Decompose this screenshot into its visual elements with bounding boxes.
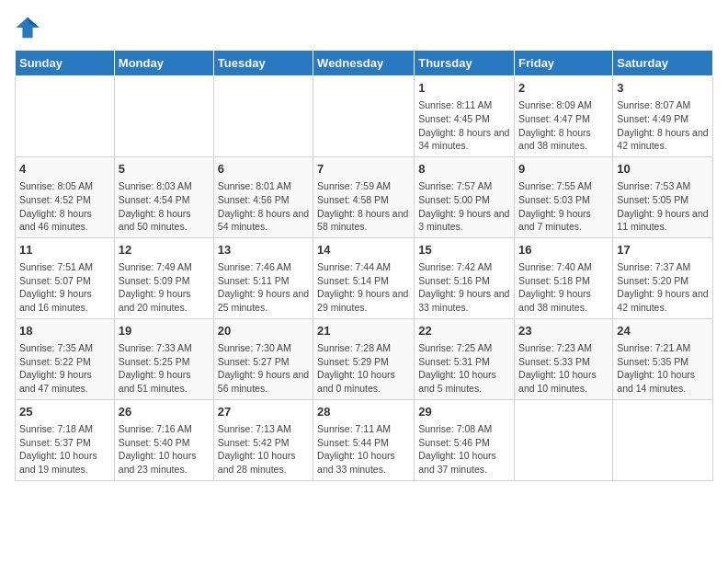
calendar-cell: 26Sunrise: 7:16 AM Sunset: 5:40 PM Dayli… (114, 399, 213, 480)
calendar-cell: 3Sunrise: 8:07 AM Sunset: 4:49 PM Daylig… (613, 76, 713, 157)
weekday-header-tuesday: Tuesday (213, 51, 313, 76)
calendar-cell: 9Sunrise: 7:55 AM Sunset: 5:03 PM Daylig… (515, 156, 613, 237)
day-content: Sunrise: 7:35 AM Sunset: 5:22 PM Dayligh… (19, 341, 110, 396)
weekday-header-sunday: Sunday (16, 51, 115, 76)
calendar-cell: 14Sunrise: 7:44 AM Sunset: 5:14 PM Dayli… (313, 237, 415, 318)
day-content: Sunrise: 7:51 AM Sunset: 5:07 PM Dayligh… (19, 260, 110, 315)
calendar-cell: 7Sunrise: 7:59 AM Sunset: 4:58 PM Daylig… (313, 156, 415, 237)
calendar-cell: 12Sunrise: 7:49 AM Sunset: 5:09 PM Dayli… (114, 237, 213, 318)
day-content: Sunrise: 7:40 AM Sunset: 5:18 PM Dayligh… (518, 260, 609, 315)
calendar-cell: 1Sunrise: 8:11 AM Sunset: 4:45 PM Daylig… (415, 76, 515, 157)
weekday-header-thursday: Thursday (415, 51, 515, 76)
calendar-cell (515, 399, 613, 480)
calendar-cell (114, 76, 213, 157)
day-number: 21 (317, 323, 410, 339)
day-content: Sunrise: 8:01 AM Sunset: 4:56 PM Dayligh… (218, 179, 309, 234)
calendar-cell: 2Sunrise: 8:09 AM Sunset: 4:47 PM Daylig… (515, 76, 613, 157)
day-content: Sunrise: 7:49 AM Sunset: 5:09 PM Dayligh… (119, 260, 210, 315)
calendar-cell: 4Sunrise: 8:05 AM Sunset: 4:52 PM Daylig… (16, 156, 115, 237)
day-number: 3 (617, 80, 709, 97)
day-content: Sunrise: 7:53 AM Sunset: 5:05 PM Dayligh… (617, 179, 709, 234)
calendar-cell (613, 399, 713, 480)
day-number: 24 (617, 323, 709, 339)
calendar-cell: 16Sunrise: 7:40 AM Sunset: 5:18 PM Dayli… (515, 237, 613, 318)
day-number: 19 (119, 323, 210, 339)
calendar-cell (16, 76, 115, 157)
day-number: 14 (317, 242, 410, 259)
day-content: Sunrise: 7:25 AM Sunset: 5:31 PM Dayligh… (418, 341, 510, 396)
day-number: 11 (19, 242, 110, 259)
day-number: 13 (218, 242, 309, 259)
day-number: 8 (418, 161, 510, 178)
day-content: Sunrise: 8:11 AM Sunset: 4:45 PM Dayligh… (418, 98, 510, 153)
calendar-cell: 28Sunrise: 7:11 AM Sunset: 5:44 PM Dayli… (313, 399, 415, 480)
day-number: 25 (19, 404, 110, 420)
day-content: Sunrise: 7:46 AM Sunset: 5:11 PM Dayligh… (218, 260, 309, 315)
day-number: 5 (119, 161, 210, 178)
calendar-cell: 17Sunrise: 7:37 AM Sunset: 5:20 PM Dayli… (613, 237, 713, 318)
week-row-2: 4Sunrise: 8:05 AM Sunset: 4:52 PM Daylig… (16, 156, 713, 237)
logo (15, 15, 44, 40)
day-number: 20 (218, 323, 309, 339)
calendar-cell: 25Sunrise: 7:18 AM Sunset: 5:37 PM Dayli… (16, 399, 115, 480)
day-content: Sunrise: 7:23 AM Sunset: 5:33 PM Dayligh… (518, 341, 609, 396)
day-content: Sunrise: 7:13 AM Sunset: 5:42 PM Dayligh… (218, 422, 309, 477)
weekday-header-monday: Monday (114, 51, 213, 76)
day-content: Sunrise: 7:21 AM Sunset: 5:35 PM Dayligh… (617, 341, 709, 396)
day-number: 15 (418, 242, 510, 259)
day-number: 17 (617, 242, 709, 259)
day-content: Sunrise: 7:57 AM Sunset: 5:00 PM Dayligh… (418, 179, 510, 234)
day-content: Sunrise: 8:05 AM Sunset: 4:52 PM Dayligh… (19, 179, 110, 234)
day-content: Sunrise: 8:03 AM Sunset: 4:54 PM Dayligh… (119, 179, 210, 234)
weekday-header-saturday: Saturday (613, 51, 713, 76)
day-number: 18 (19, 323, 110, 339)
calendar-cell: 29Sunrise: 7:08 AM Sunset: 5:46 PM Dayli… (415, 399, 515, 480)
week-row-5: 25Sunrise: 7:18 AM Sunset: 5:37 PM Dayli… (16, 399, 713, 480)
weekday-header-row: SundayMondayTuesdayWednesdayThursdayFrid… (16, 51, 713, 76)
day-number: 1 (418, 80, 510, 97)
day-content: Sunrise: 7:30 AM Sunset: 5:27 PM Dayligh… (218, 341, 309, 396)
day-content: Sunrise: 7:44 AM Sunset: 5:14 PM Dayligh… (317, 260, 410, 315)
day-number: 2 (518, 80, 609, 97)
day-number: 7 (317, 161, 410, 178)
weekday-header-friday: Friday (515, 51, 613, 76)
day-content: Sunrise: 7:37 AM Sunset: 5:20 PM Dayligh… (617, 260, 709, 315)
calendar-cell: 21Sunrise: 7:28 AM Sunset: 5:29 PM Dayli… (313, 318, 415, 399)
calendar-table: SundayMondayTuesdayWednesdayThursdayFrid… (15, 50, 713, 481)
day-number: 4 (19, 161, 110, 178)
calendar-cell (313, 76, 415, 157)
day-number: 10 (617, 161, 709, 178)
day-number: 6 (218, 161, 309, 178)
day-content: Sunrise: 7:33 AM Sunset: 5:25 PM Dayligh… (119, 341, 210, 396)
day-number: 22 (418, 323, 510, 339)
calendar-cell: 15Sunrise: 7:42 AM Sunset: 5:16 PM Dayli… (415, 237, 515, 318)
calendar-cell: 6Sunrise: 8:01 AM Sunset: 4:56 PM Daylig… (213, 156, 313, 237)
calendar-cell (213, 76, 313, 157)
day-content: Sunrise: 7:28 AM Sunset: 5:29 PM Dayligh… (317, 341, 410, 396)
day-number: 12 (119, 242, 210, 259)
calendar-cell: 5Sunrise: 8:03 AM Sunset: 4:54 PM Daylig… (114, 156, 213, 237)
calendar-cell: 11Sunrise: 7:51 AM Sunset: 5:07 PM Dayli… (16, 237, 115, 318)
day-number: 23 (518, 323, 609, 339)
day-content: Sunrise: 7:55 AM Sunset: 5:03 PM Dayligh… (518, 179, 609, 234)
day-content: Sunrise: 7:59 AM Sunset: 4:58 PM Dayligh… (317, 179, 410, 234)
week-row-1: 1Sunrise: 8:11 AM Sunset: 4:45 PM Daylig… (16, 76, 713, 157)
calendar-cell: 8Sunrise: 7:57 AM Sunset: 5:00 PM Daylig… (415, 156, 515, 237)
calendar-cell: 19Sunrise: 7:33 AM Sunset: 5:25 PM Dayli… (114, 318, 213, 399)
calendar-cell: 24Sunrise: 7:21 AM Sunset: 5:35 PM Dayli… (613, 318, 713, 399)
week-row-4: 18Sunrise: 7:35 AM Sunset: 5:22 PM Dayli… (16, 318, 713, 399)
day-content: Sunrise: 7:42 AM Sunset: 5:16 PM Dayligh… (418, 260, 510, 315)
day-content: Sunrise: 7:11 AM Sunset: 5:44 PM Dayligh… (317, 422, 410, 477)
svg-marker-0 (16, 17, 39, 38)
day-number: 29 (418, 404, 510, 420)
day-content: Sunrise: 7:08 AM Sunset: 5:46 PM Dayligh… (418, 422, 510, 477)
calendar-cell: 27Sunrise: 7:13 AM Sunset: 5:42 PM Dayli… (213, 399, 313, 480)
day-content: Sunrise: 7:16 AM Sunset: 5:40 PM Dayligh… (119, 422, 210, 477)
day-content: Sunrise: 7:18 AM Sunset: 5:37 PM Dayligh… (19, 422, 110, 477)
day-number: 27 (218, 404, 309, 420)
day-content: Sunrise: 8:09 AM Sunset: 4:47 PM Dayligh… (518, 98, 609, 153)
day-number: 28 (317, 404, 410, 420)
day-number: 9 (518, 161, 609, 178)
calendar-cell: 20Sunrise: 7:30 AM Sunset: 5:27 PM Dayli… (213, 318, 313, 399)
calendar-cell: 13Sunrise: 7:46 AM Sunset: 5:11 PM Dayli… (213, 237, 313, 318)
